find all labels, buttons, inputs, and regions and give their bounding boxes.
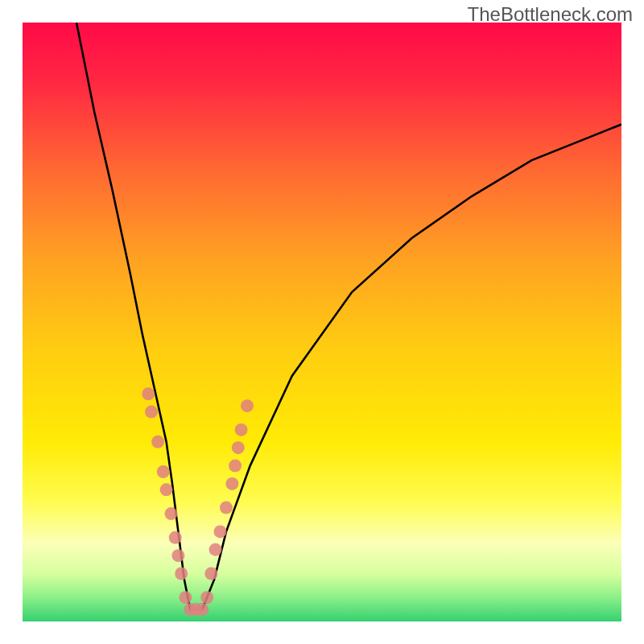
marker-dot — [165, 507, 178, 520]
marker-dot — [145, 406, 158, 419]
marker-dot — [151, 436, 164, 448]
marker-dot — [232, 441, 245, 454]
marker-dot — [157, 465, 170, 478]
curve-layer — [23, 23, 621, 621]
marker-dot — [169, 531, 182, 544]
plot-frame — [23, 23, 621, 621]
marker-dot — [200, 591, 213, 604]
marker-dot — [220, 502, 233, 514]
marker-dot — [229, 460, 242, 473]
bottleneck-curve — [76, 23, 621, 609]
marker-dot — [160, 483, 173, 496]
marker-dot — [142, 387, 155, 400]
chart-root: { "watermark": "TheBottleneck.com", "gra… — [0, 0, 644, 644]
marker-dot — [179, 591, 192, 604]
marker-dot — [196, 603, 208, 616]
marker-dot — [175, 568, 188, 580]
marker-dot — [225, 477, 238, 490]
marker-dot — [214, 525, 227, 538]
marker-dot — [204, 568, 217, 580]
watermark-text: TheBottleneck.com — [468, 3, 633, 26]
marker-dot — [235, 423, 248, 436]
marker-dot — [171, 549, 184, 562]
marker-dot — [241, 399, 254, 412]
marker-dot — [209, 543, 222, 556]
